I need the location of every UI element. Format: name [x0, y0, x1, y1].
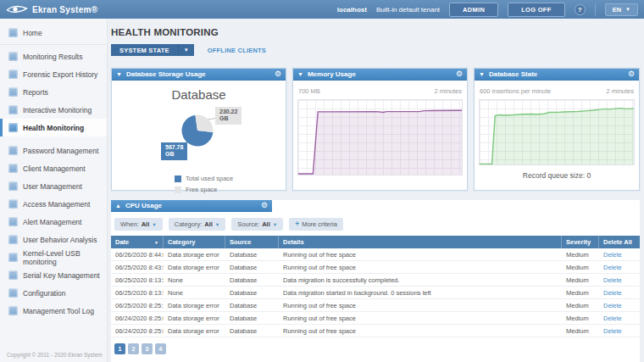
- category-cell: Data storage error: [164, 251, 225, 259]
- logoff-button[interactable]: LOG OFF: [508, 3, 564, 17]
- action-cell: Delete: [599, 276, 640, 284]
- legend-used-space: Total used space: [175, 175, 233, 182]
- interactive-monitoring-icon: [8, 105, 18, 114]
- details-cell: Running out of free space: [279, 251, 562, 259]
- severity-cell: Medium: [562, 327, 599, 335]
- severity-cell: Medium: [562, 264, 599, 271]
- table-row: 06/25/2020 8:25:19 amData storage errorD…: [111, 299, 640, 312]
- chevron-down-icon: ▼: [625, 7, 630, 12]
- memory-usage-header[interactable]: ▼ Memory Usage ⚙: [293, 69, 467, 81]
- sidebar-item-forensic-export-history[interactable]: Forensic Export History: [0, 65, 107, 83]
- collapse-icon[interactable]: ▼: [479, 71, 485, 77]
- delete-link[interactable]: Delete: [603, 315, 622, 322]
- sidebar-item-configuration[interactable]: Configuration: [0, 284, 107, 302]
- tab-system-state[interactable]: SYSTEM STATE ▼: [111, 44, 194, 56]
- tab-system-state-label: SYSTEM STATE: [111, 44, 178, 56]
- sidebar-item-label: Management Tool Log: [23, 307, 94, 315]
- sidebar-item-user-management[interactable]: User Management: [0, 177, 107, 195]
- column-header-delete-all[interactable]: Delete All: [599, 236, 640, 248]
- when-filter[interactable]: When: All ▼: [114, 218, 163, 231]
- page-button-3[interactable]: 3: [142, 343, 153, 354]
- database-state-panel: ▼ Database State ⚙ 600 insertions per mi…: [474, 68, 640, 191]
- gear-icon[interactable]: ⚙: [628, 70, 635, 78]
- table-row: 06/26/2020 8:44:06 amData storage errorD…: [111, 248, 640, 261]
- more-criteria-button[interactable]: + More criteria: [289, 218, 343, 231]
- home-icon: [8, 28, 18, 37]
- severity-cell: Medium: [562, 289, 599, 297]
- database-storage-usage-panel: ▼ Database Storage Usage ⚙ Database 230.…: [111, 68, 286, 191]
- delete-link[interactable]: Delete: [603, 302, 622, 309]
- sidebar-item-label: Configuration: [23, 289, 66, 298]
- panel-title: CPU Usage: [125, 202, 162, 209]
- sidebar-item-monitoring-results[interactable]: Monitoring Results: [0, 47, 107, 65]
- severity-cell: Medium: [562, 315, 599, 322]
- monitoring-results-icon: [8, 52, 18, 61]
- sidebar-item-access-management[interactable]: Access Management: [0, 195, 107, 213]
- category-filter[interactable]: Category: All ▼: [169, 218, 226, 231]
- collapse-icon[interactable]: ▼: [116, 71, 122, 77]
- delete-link[interactable]: Delete: [603, 276, 622, 284]
- sidebar-item-reports[interactable]: Reports: [0, 83, 107, 101]
- source-cell: Database: [225, 302, 279, 309]
- sidebar-item-home[interactable]: Home: [0, 24, 107, 42]
- page-button-2[interactable]: 2: [128, 343, 139, 354]
- database-storage-usage-header[interactable]: ▼ Database Storage Usage ⚙: [112, 69, 286, 81]
- column-header-label: Details: [283, 238, 304, 246]
- column-header-label: Source: [230, 238, 251, 246]
- sidebar-item-label: Health Monitoring: [23, 124, 84, 132]
- used-space-swatch: [175, 175, 181, 182]
- column-header-label: Severity: [566, 238, 591, 246]
- sidebar-item-label: Serial Key Management: [23, 271, 100, 280]
- page-button-4[interactable]: 4: [155, 343, 166, 354]
- page-button-1[interactable]: 1: [114, 343, 125, 354]
- action-cell: Delete: [599, 264, 640, 271]
- table-row: 06/24/2020 8:25:00 amData storage errorD…: [111, 325, 640, 337]
- sidebar-item-serial-key-management[interactable]: Serial Key Management: [0, 266, 107, 284]
- language-select[interactable]: EN ▼: [605, 3, 638, 16]
- gear-icon[interactable]: ⚙: [275, 70, 281, 78]
- gear-icon[interactable]: ⚙: [261, 202, 268, 209]
- source-filter[interactable]: Source: All ▼: [231, 218, 283, 231]
- category-cell: Data storage error: [164, 315, 225, 322]
- chevron-down-icon[interactable]: ▼: [178, 44, 194, 56]
- sidebar-item-password-management[interactable]: Password Management: [0, 142, 107, 159]
- legend-free-space: Free space: [175, 186, 233, 193]
- category-filter-value: All: [204, 220, 213, 228]
- sidebar-item-client-management[interactable]: Client Management: [0, 159, 107, 177]
- sort-desc-icon[interactable]: ▼: [154, 240, 158, 245]
- user-behavior-icon: [8, 235, 18, 244]
- sidebar-item-health-monitoring[interactable]: Health Monitoring: [0, 119, 107, 136]
- memory-usage-chart: [297, 99, 463, 175]
- ekran-eye-logo-icon: [6, 4, 28, 15]
- collapse-icon[interactable]: ▲: [115, 203, 121, 209]
- collapse-icon[interactable]: ▼: [297, 71, 303, 77]
- category-cell: None: [164, 276, 225, 284]
- chevron-down-icon: ▼: [215, 222, 219, 227]
- tab-offline-clients[interactable]: OFFLINE CLIENTS: [194, 44, 280, 56]
- severity-cell: Medium: [562, 251, 599, 259]
- sidebar-item-interactive-monitoring[interactable]: Interactive Monitoring: [0, 101, 107, 119]
- plus-icon: +: [295, 220, 299, 228]
- password-management-icon: [8, 146, 18, 155]
- dbstate-window-label: 2 minutes: [606, 87, 634, 95]
- configuration-icon: [8, 288, 18, 298]
- host-label: localhost: [337, 6, 367, 14]
- sidebar-item-kernel-level-usb-monitoring[interactable]: Kernel-Level USB monitoring: [0, 248, 107, 266]
- sidebar-item-management-tool-log[interactable]: Management Tool Log: [0, 302, 107, 320]
- database-state-chart: [479, 99, 635, 165]
- gear-icon[interactable]: ⚙: [456, 70, 463, 78]
- source-cell: Database: [225, 264, 279, 271]
- admin-button[interactable]: ADMIN: [449, 3, 498, 17]
- tenant-label: Built-in default tenant: [376, 6, 440, 14]
- delete-link[interactable]: Delete: [603, 327, 622, 335]
- delete-link[interactable]: Delete: [603, 251, 622, 259]
- delete-link[interactable]: Delete: [603, 289, 622, 297]
- cpu-usage-header[interactable]: ▲ CPU Usage ⚙: [111, 200, 272, 212]
- when-filter-value: All: [142, 220, 150, 228]
- database-state-header[interactable]: ▼ Database State ⚙: [475, 69, 639, 81]
- sidebar-item-alert-management[interactable]: Alert Management: [0, 213, 107, 231]
- sidebar-item-user-behavior-analysis[interactable]: User Behavior Analysis: [0, 231, 107, 248]
- help-icon[interactable]: ?: [575, 4, 586, 15]
- delete-link[interactable]: Delete: [603, 264, 622, 271]
- free-space-swatch: [175, 187, 181, 193]
